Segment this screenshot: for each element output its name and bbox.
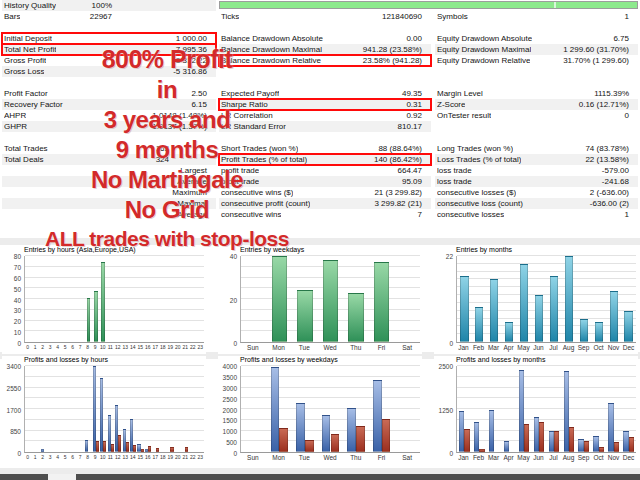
bottom-scrollbar[interactable] [0,474,640,480]
stat-row: loss trade-579.00 [435,165,638,176]
x-axis-tick-label: 6 [69,344,77,350]
stat-row: Gross Profit13 312.22 [2,55,216,66]
stat-label: Gross Loss [4,66,44,77]
spacer-row [435,66,638,77]
y-axis-tick-label: 0 [434,450,453,457]
bar-value-Fri [374,262,389,342]
bar-value-Thu [348,293,363,342]
bar-losses-May [524,424,529,452]
gridline [25,376,204,377]
stat-label: Balance Drawdown Relative [221,55,321,66]
stat-value: 1115.39% [594,88,629,99]
x-axis-tick-label: Feb [471,344,486,351]
spacer-row [2,22,216,33]
x-axis-tick-label: 22 [189,454,197,460]
y-axis-tick-label: 0 [434,340,453,347]
stat-row: Margin Level1115.39% [435,88,638,99]
stat-label: Total Deals [4,154,44,165]
separator-band [0,238,640,245]
bar-profits-Apr [504,441,509,452]
scrollbar-thumb[interactable] [48,474,76,480]
bar-value-Aug [565,256,573,342]
strategy-tester-report: History Quality100%Bars22967Initial Depo… [0,0,640,480]
stat-value: 6.75 [613,33,629,44]
stat-label: Sharpe Ratio [221,99,268,110]
chart-plot-area [456,366,636,453]
bar-losses-Nov [614,442,619,452]
stat-row: Ticks121840690 [219,11,431,22]
spacer-row [219,77,431,88]
x-axis-tick-label: Mon [266,454,292,461]
y-axis-tick-label: 70 [2,264,21,271]
x-axis-tick-label: Mar [486,344,501,351]
y-axis-tick-label: 30 [2,307,21,314]
stat-value: 1.0148 (1.48%) [152,110,207,121]
stat-row: consecutive loss (count)-636.00 (2) [435,198,638,209]
bar-value-Apr [505,322,513,342]
stat-label: Profit Factor [4,88,48,99]
stat-value: 941.28 (23.58%) [363,44,422,55]
bar-losses-Dec [629,437,634,452]
spacer-row [435,22,638,33]
x-axis-tick-label: 9 [92,454,100,460]
x-axis-tick-label: 1 [32,454,40,460]
y-axis-tick-label: 80 [2,253,21,260]
bar-losses-Jan [464,429,469,452]
stat-value: 0.92 [406,110,422,121]
stat-value: 0 [625,110,629,121]
stat-value: 23.58% (941.28) [363,55,422,66]
x-axis-tick-label: Jun [531,454,546,461]
stat-value: 6.15 [191,99,207,110]
y-axis-tick-label: 0 [2,340,21,347]
bar-losses-10 [103,441,106,452]
bar-profits-8 [85,440,88,452]
chart-title: Profits and losses by months [456,356,546,363]
stat-label: Total Trades [4,143,48,154]
stat-row: profit trade95.09 [219,176,431,187]
stat-value: 1.0137 (1.37%) [152,121,207,132]
y-axis-tick-label: 2500 [434,363,453,370]
bar-value-May [520,264,528,342]
stats-column-middle: Ticks121840690Balance Drawdown Absolute0… [219,0,431,220]
stat-value: 1 [625,209,629,220]
x-axis-tick-label: 22 [189,344,197,350]
x-axis-tick-label: 0 [24,344,32,350]
bar-losses-Wed [331,434,340,452]
x-axis-tick-label: Jan [456,454,471,461]
bar-profits-Mar [489,410,494,452]
y-axis-tick-label: 50 [2,286,21,293]
x-axis-tick-label: Thu [343,454,369,461]
stat-label: GHPR [4,121,27,132]
bar-value-Tue [297,290,312,342]
x-axis-tick-label: Mon [266,344,292,351]
x-axis-tick-label: Wed [317,344,343,351]
stat-label: Margin Level [437,88,483,99]
x-axis-tick-label: 8 [84,454,92,460]
stat-value: Maximal [177,198,207,209]
bar-losses-16 [148,446,151,452]
gridline [25,298,204,299]
stat-label: LR Standard Error [221,121,286,132]
stat-row: Loss Trades (% of total)22 (13.58%) [435,154,638,165]
bar-profits-9 [93,366,96,452]
x-axis-tick-label: May [516,454,531,461]
y-axis-tick-label: 3500 [218,374,237,381]
bar-losses-Tue [305,440,314,452]
stat-row: loss trade-241.68 [435,176,638,187]
x-axis-tick-label: 19 [167,344,175,350]
stat-value: 7 995.36 [176,44,207,55]
stat-row: Short Trades (won %)88 (88.64%) [219,143,431,154]
gridline [25,277,204,278]
x-axis-tick-label: Feb [471,454,486,461]
bar-losses-Jul [554,431,559,452]
stat-label: profit trade [221,176,259,187]
gridline [25,387,204,388]
stat-label: LR Correlation [221,110,273,121]
x-axis-tick-label: Fri [369,344,395,351]
bar-value-Feb [475,307,483,342]
stat-label: loss trade [437,165,472,176]
gridline [457,387,636,388]
x-axis-tick-label: Dec [621,344,636,351]
stat-label: Recovery Factor [4,99,63,110]
gridline [457,278,636,279]
